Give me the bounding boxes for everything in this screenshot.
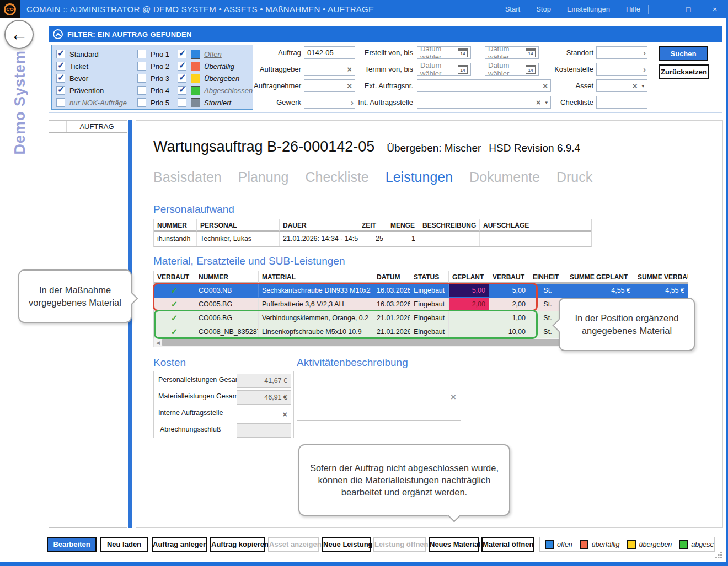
auftraggeber-input[interactable]: × — [304, 63, 355, 76]
filter-standard[interactable]: Standard — [56, 50, 127, 58]
scroll-left-icon[interactable]: ◀ — [154, 340, 162, 346]
tab-dokumente[interactable]: Dokumente — [469, 169, 540, 185]
filter-prio3[interactable]: Prio 3 — [137, 74, 169, 83]
tab-checkliste[interactable]: Checkliste — [305, 169, 368, 185]
checkbox-unchecked[interactable] — [56, 98, 65, 107]
filter-prio1[interactable]: Prio 1 — [137, 50, 169, 58]
personalaufwand-heading: Personalaufwand — [153, 203, 234, 215]
filter-status-offen[interactable]: Offen — [178, 50, 253, 58]
verbaut-check-icon: ✓ — [154, 298, 195, 311]
filter-nur-nok[interactable]: nur NOK-Aufträge — [56, 98, 127, 107]
materialleistungen-value: 46,91 € — [237, 390, 291, 405]
filter-bevor[interactable]: Bevor — [56, 74, 127, 83]
order-status-text: Übergeben: Mischer — [387, 142, 481, 154]
checkbox-unchecked[interactable] — [137, 62, 146, 71]
erstellt-bis-datepicker[interactable]: Datum wähler14 — [485, 46, 539, 59]
checkbox-checked[interactable] — [56, 62, 65, 71]
interne-auftragsstelle-input[interactable]: × — [237, 407, 291, 421]
asset-input[interactable]: ×▾ — [596, 79, 647, 92]
checkbox-unchecked[interactable] — [137, 86, 146, 95]
close-icon[interactable]: × — [702, 5, 728, 14]
order-list-scrollbar[interactable] — [128, 120, 132, 528]
chevron-right-icon[interactable]: › — [643, 64, 646, 74]
checkbox-checked[interactable] — [178, 86, 186, 95]
ext-auftragsnr-input[interactable]: × — [417, 79, 551, 92]
calendar-icon[interactable]: 14 — [458, 48, 468, 57]
filter-status-abgeschlossen[interactable]: Abgeschlossen — [178, 86, 253, 95]
checkbox-unchecked[interactable] — [137, 50, 146, 58]
checkbox-checked[interactable] — [178, 50, 186, 58]
auftrag-input[interactable]: 0142-05 — [304, 46, 355, 59]
filter-status-ueberfaellig[interactable]: Überfällig — [178, 62, 253, 71]
checkbox-checked[interactable] — [178, 74, 186, 83]
tab-leistungen[interactable]: Leistungen — [386, 169, 453, 185]
collapse-filter-icon[interactable] — [53, 29, 63, 39]
calendar-icon[interactable]: 14 — [458, 65, 468, 74]
menu-stop[interactable]: Stop — [528, 5, 559, 14]
label-materialleistungen: Materialleistungen Gesamt — [158, 392, 240, 400]
int-auftragsstelle-input[interactable]: ×▾ — [417, 96, 551, 109]
label-gewerk: Gewerk — [245, 96, 301, 109]
legend-offen: offen — [545, 540, 572, 549]
menu-einstellungen[interactable]: Einstellungen — [559, 5, 618, 14]
auftrag-kopieren-button[interactable]: Auftrag kopieren — [210, 537, 265, 552]
filter-ticket[interactable]: Ticket — [56, 62, 127, 71]
back-button[interactable]: ← — [4, 20, 34, 49]
asset-anzeigen-button[interactable]: Asset anzeigen — [268, 537, 319, 552]
neue-leistung-button[interactable]: Neue Leistung — [322, 537, 371, 552]
auftragnehmer-input[interactable]: × — [304, 79, 355, 92]
zuruecksetzen-button[interactable]: Zurücksetzen — [659, 64, 709, 79]
filter-header-label: FILTER: EIN AUFTRAG GEFUNDEN — [67, 30, 192, 39]
chevron-right-icon[interactable]: › — [643, 48, 646, 57]
bearbeiten-button[interactable]: Bearbeiten — [47, 537, 97, 552]
filter-praevention[interactable]: Prävention — [56, 86, 127, 95]
window-border-right — [726, 18, 728, 566]
clear-icon[interactable]: × — [451, 392, 456, 402]
checkbox-checked[interactable] — [56, 86, 65, 95]
checkbox-unchecked[interactable] — [137, 74, 146, 83]
checkbox-unchecked[interactable] — [137, 98, 146, 107]
filter-status-storniert[interactable]: Storniert — [178, 98, 253, 107]
chevron-down-icon[interactable]: ▾ — [641, 83, 644, 89]
label-personalleistungen: Personalleistungen Gesamt — [158, 376, 243, 384]
maximize-icon[interactable]: □ — [675, 5, 702, 14]
checkliste-input[interactable] — [596, 96, 647, 109]
checkbox-checked[interactable] — [178, 62, 186, 71]
page-title: Wartungsauftrag B-26-000142-05Übergeben:… — [153, 138, 580, 155]
tab-planung[interactable]: Planung — [238, 169, 289, 185]
neu-laden-button[interactable]: Neu laden — [100, 537, 148, 552]
clear-icon[interactable]: × — [282, 410, 287, 418]
minimize-icon[interactable]: – — [649, 5, 675, 14]
aktivitaeten-textarea[interactable]: × — [297, 371, 461, 421]
menu-hilfe[interactable]: Hilfe — [618, 5, 649, 14]
tab-basisdaten[interactable]: Basisdaten — [153, 169, 222, 185]
checkbox-checked[interactable] — [56, 50, 65, 58]
material-row-selected[interactable]: ✓ CO003.NB Sechskantschraube DIN933 M10x… — [154, 284, 688, 298]
status-legend: offen überfällig übergeben abgeschlossen — [539, 537, 715, 552]
tab-druck[interactable]: Druck — [556, 169, 592, 185]
verbaut-check-icon: ✓ — [154, 325, 195, 339]
clear-icon[interactable]: × — [633, 82, 638, 90]
kostenstelle-input[interactable]: › — [596, 63, 647, 76]
checkbox-checked[interactable] — [56, 74, 65, 83]
resize-grip[interactable] — [715, 552, 723, 559]
material-oeffnen-button[interactable]: Material öffnen — [481, 537, 534, 552]
leistung-oeffnen-button[interactable]: Leistung öffnen — [373, 537, 426, 552]
menu-start[interactable]: Start — [497, 5, 528, 14]
termin-bis-datepicker[interactable]: Datum wähler14 — [485, 63, 539, 76]
checkbox-unchecked[interactable] — [178, 98, 186, 107]
scrollbar-thumb[interactable] — [162, 339, 615, 346]
filter-prio4[interactable]: Prio 4 — [137, 86, 169, 95]
termin-von-datepicker[interactable]: Datum wähler14 — [417, 63, 471, 76]
neues-material-button[interactable]: Neues Material — [429, 537, 479, 552]
filter-prio5[interactable]: Prio 5 — [137, 98, 169, 107]
gewerk-input[interactable]: › — [304, 96, 355, 109]
filter-status-uebergeben[interactable]: Übergeben — [178, 74, 253, 83]
arrow-left-icon: ← — [10, 24, 28, 45]
filter-prio2[interactable]: Prio 2 — [137, 62, 169, 71]
suchen-button[interactable]: Suchen — [659, 46, 708, 61]
erstellt-von-datepicker[interactable]: Datum wähler14 — [417, 46, 471, 59]
standort-input[interactable]: › — [596, 46, 647, 59]
personalaufwand-row[interactable]: ih.instandh Techniker, Lukas 21.01.2026:… — [154, 232, 591, 246]
auftrag-anlegen-button[interactable]: Auftrag anlegen — [152, 537, 207, 552]
